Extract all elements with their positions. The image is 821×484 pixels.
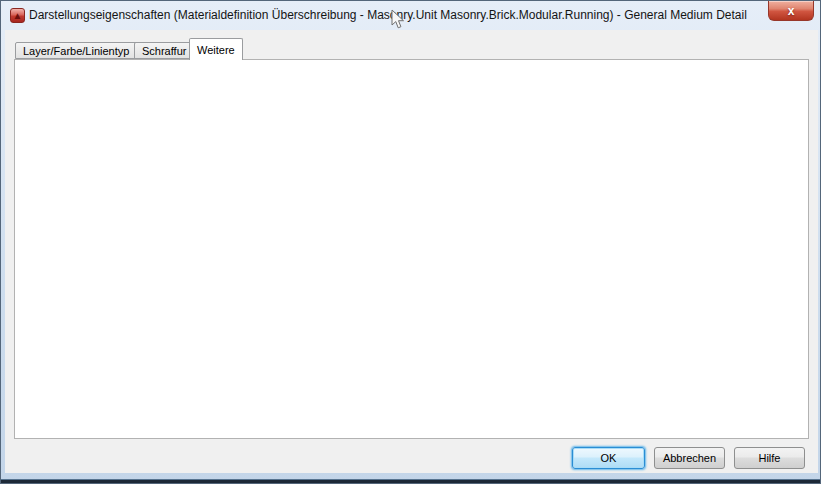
tab-weitere[interactable]: Weitere (189, 38, 243, 60)
abbrechen-button[interactable]: Abbrechen (654, 447, 725, 469)
button-label: OK (601, 452, 617, 464)
ok-button[interactable]: OK (572, 447, 645, 469)
button-label: Abbrechen (663, 452, 716, 464)
dialog-window: ▲ Darstellungseigenschaften (Materialdef… (0, 0, 821, 484)
tab-layer-farbe-linientyp[interactable]: Layer/Farbe/Linientyp (15, 42, 137, 59)
tab-label: Schraffur (142, 45, 186, 57)
close-icon[interactable]: x (768, 1, 814, 21)
title-bar[interactable]: ▲ Darstellungseigenschaften (Materialdef… (1, 1, 820, 29)
tab-label: Layer/Farbe/Linientyp (23, 45, 129, 57)
button-label: Hilfe (758, 452, 780, 464)
tab-page-weitere (14, 59, 809, 439)
window-bottom-frame (1, 479, 821, 484)
window-title: Darstellungseigenschaften (Materialdefin… (29, 8, 759, 22)
autocad-logo-icon: ▲ (10, 8, 25, 23)
tab-schraffur[interactable]: Schraffur (134, 42, 194, 59)
hilfe-button[interactable]: Hilfe (734, 447, 805, 469)
tab-label: Weitere (197, 44, 235, 56)
